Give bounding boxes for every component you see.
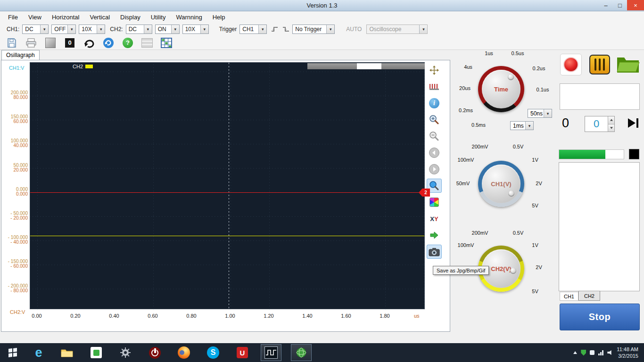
ch2-coupling-select[interactable]: DC (126, 25, 152, 34)
close-button[interactable]: × (627, 0, 644, 10)
ch2-display-select[interactable]: ON (155, 25, 180, 34)
spin-down-button[interactable] (608, 124, 614, 132)
frame-spinner[interactable]: 0 (585, 116, 615, 132)
ie-icon: e (35, 346, 42, 359)
minimize-button[interactable]: – (599, 0, 613, 10)
device-select[interactable]: Oscilloscope (366, 25, 428, 34)
trace-color-box[interactable] (629, 149, 639, 159)
print-icon[interactable] (25, 37, 37, 49)
rising-edge-icon[interactable] (270, 24, 280, 34)
help-icon[interactable]: ? (122, 37, 134, 49)
step-play-button[interactable] (628, 118, 638, 128)
x-tick: 1.60 (341, 313, 351, 319)
tab-row: Osillagraph (0, 50, 644, 60)
ch2-trace (30, 236, 424, 236)
menu-view[interactable]: View (23, 14, 47, 21)
progress-fill (559, 150, 605, 159)
taskbar-red-app[interactable]: U (232, 344, 253, 361)
horizontal-position-bar[interactable] (307, 63, 425, 69)
x-unit-label: us (414, 313, 420, 319)
taskbar-explorer[interactable] (57, 344, 77, 361)
stop-button[interactable]: Stop (560, 304, 640, 330)
tab-ch1[interactable]: CH1 (560, 292, 578, 301)
titlebar: Version 1.3 – □ × (0, 0, 644, 11)
ch1-display-select[interactable]: OFF (51, 25, 76, 34)
ch2-label: CH2: (110, 26, 123, 33)
tray-expand-icon[interactable] (573, 349, 577, 354)
spin-up-button[interactable] (608, 116, 614, 124)
tab-ch2[interactable]: CH2 (578, 291, 600, 301)
tray-app-icon[interactable] (590, 350, 594, 355)
filter-settings-button[interactable] (589, 55, 610, 74)
green-app-icon (91, 347, 102, 358)
menu-utility[interactable]: Utility (146, 14, 171, 21)
trigger-mode-select[interactable]: No Trigger (292, 25, 335, 34)
window-title: Version 1.3 (0, 2, 644, 9)
record-button[interactable] (560, 54, 582, 75)
taskbar-firefox[interactable] (173, 344, 194, 361)
ch2-knob-indicator (510, 268, 516, 274)
waveform-display[interactable]: CH2 2 (30, 62, 425, 309)
taskbar-power[interactable] (144, 344, 165, 361)
ch1-knob-label: CH1(V) (491, 181, 511, 188)
ch1-probe-select[interactable]: 10X (79, 25, 105, 34)
time-knob[interactable]: Time (478, 66, 524, 112)
info-icon[interactable]: i (427, 96, 442, 110)
antivirus-tray-icon[interactable] (581, 350, 586, 356)
display-mode-icon[interactable] (44, 37, 57, 49)
pan-icon[interactable] (427, 63, 442, 77)
start-button[interactable] (0, 343, 25, 362)
volume-icon[interactable] (607, 350, 613, 355)
taskbar-green-app[interactable] (86, 344, 107, 361)
forward-icon[interactable] (427, 162, 442, 176)
x-tick: 1.40 (302, 313, 312, 319)
position-thumb[interactable] (357, 63, 381, 69)
ruler-icon[interactable] (427, 80, 442, 94)
taskbar-skype[interactable]: S (203, 344, 223, 361)
ch2-tick: 1V (532, 242, 538, 248)
taskbar-oscilloscope-app[interactable] (261, 344, 281, 361)
menu-file[interactable]: File (3, 14, 23, 21)
maximize-button[interactable]: □ (613, 0, 627, 10)
menu-help[interactable]: Help (207, 14, 231, 21)
xy-mode-icon[interactable]: XY (427, 212, 442, 226)
menu-display[interactable]: Display (115, 14, 146, 21)
y-axis-row: 150.00060.000 (1, 115, 28, 124)
export-icon[interactable] (427, 228, 442, 242)
time-range-select[interactable]: 1ms (510, 121, 534, 130)
tab-oscillograph[interactable]: Osillagraph (1, 50, 40, 60)
timebase-select[interactable]: 50ns (528, 109, 552, 118)
network-icon[interactable] (598, 350, 603, 355)
back-icon[interactable] (427, 146, 442, 160)
menu-warning[interactable]: Warnning (171, 14, 207, 21)
firefox-icon (178, 346, 190, 359)
palette-icon[interactable] (427, 195, 442, 209)
zoom-out-icon[interactable] (427, 129, 442, 143)
y-axis-row: 200.00080.000 (1, 90, 28, 100)
y-axis-row: - 100.000- 40.000 (1, 235, 28, 245)
ch1-coupling-select[interactable]: DC (22, 25, 49, 34)
windows-logo-icon (8, 348, 17, 357)
reset-zero-icon[interactable] (83, 37, 95, 49)
taskbar: e S U 11:48 AM 3/2/2015 (0, 343, 644, 362)
refresh-icon[interactable] (102, 37, 115, 49)
time-tick: 0.2us (533, 66, 545, 71)
trigger-source-select[interactable]: CH1 (239, 25, 267, 34)
ch1-knob-indicator (508, 190, 514, 197)
ch2-probe-select[interactable]: 10X (182, 25, 209, 34)
menu-horizontal[interactable]: Horizontal (47, 14, 85, 21)
taskbar-globe-app[interactable] (291, 344, 312, 361)
ch1-volt-knob[interactable]: CH1(V) (478, 161, 524, 207)
taskbar-clock[interactable]: 11:48 AM 3/2/2015 (617, 346, 642, 359)
falling-edge-icon[interactable] (281, 24, 291, 34)
taskbar-ie[interactable]: e (28, 344, 49, 361)
record-icon (563, 57, 578, 72)
camera-icon[interactable] (427, 245, 442, 259)
open-folder-button[interactable] (616, 53, 640, 75)
zoom-in-icon[interactable] (427, 113, 442, 127)
save-icon[interactable] (6, 37, 18, 49)
buffer-progress-bar (559, 149, 624, 159)
menu-vertical[interactable]: Vertical (84, 14, 115, 21)
grid-settings-icon[interactable] (160, 37, 173, 49)
taskbar-settings[interactable] (115, 344, 136, 361)
